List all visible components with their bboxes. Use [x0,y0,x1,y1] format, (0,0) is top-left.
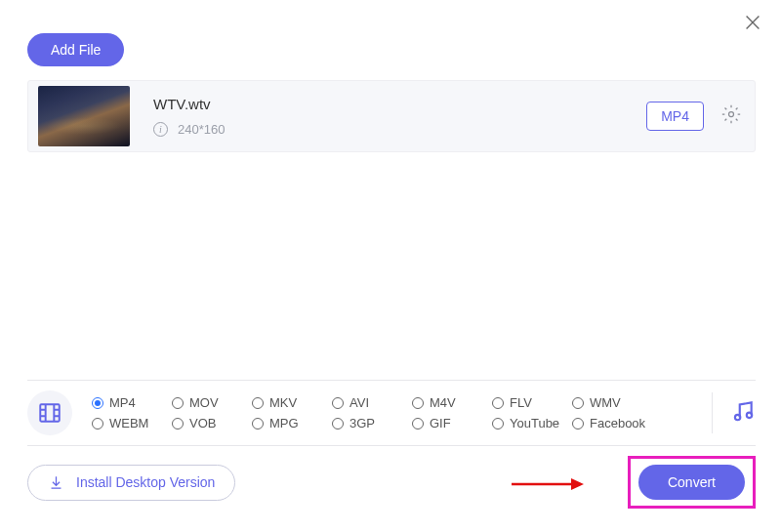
close-icon[interactable] [742,12,763,33]
format-option-mkv[interactable]: MKV [252,395,332,410]
radio-icon [572,418,584,430]
music-icon[interactable] [730,398,756,428]
format-label: 3GP [349,416,375,430]
download-icon [48,474,64,491]
radio-icon [492,397,504,409]
file-row: WTV.wtv i 240*160 MP4 [27,80,756,152]
file-thumbnail [38,86,130,146]
format-label: WEBM [109,416,148,430]
format-option-facebook[interactable]: Facebook [572,416,652,430]
radio-icon [92,397,103,409]
add-file-button[interactable]: Add File [27,33,124,66]
divider [712,392,713,433]
format-label: VOB [189,416,216,430]
format-option-avi[interactable]: AVI [332,395,412,410]
format-label: MKV [269,395,297,410]
install-desktop-button[interactable]: Install Desktop Version [27,465,235,501]
svg-point-3 [747,413,752,418]
format-option-webm[interactable]: WEBM [92,416,172,430]
svg-point-0 [729,112,734,117]
format-option-vob[interactable]: VOB [172,416,252,430]
format-label: MPG [269,416,299,430]
radio-icon [412,418,424,430]
radio-icon [252,418,264,430]
format-label: MP4 [109,395,136,410]
output-format-button[interactable]: MP4 [646,102,704,131]
convert-highlight: Convert [628,456,756,509]
footer: Install Desktop Version Convert [27,456,756,509]
svg-rect-1 [40,404,60,421]
format-label: AVI [349,395,369,410]
info-icon[interactable]: i [153,122,168,137]
format-option-mpg[interactable]: MPG [252,416,332,430]
format-option-m4v[interactable]: M4V [412,395,492,410]
radio-icon [332,418,344,430]
format-label: YouTube [510,416,559,430]
radio-icon [572,397,584,409]
format-label: MOV [189,395,219,410]
format-option-mp4[interactable]: MP4 [92,395,172,410]
format-option-wmv[interactable]: WMV [572,395,652,410]
file-meta: i 240*160 [153,122,646,137]
svg-point-2 [735,415,740,420]
file-name: WTV.wtv [153,96,646,112]
install-label: Install Desktop Version [76,474,215,490]
radio-icon [172,397,184,409]
film-icon [27,390,72,435]
format-option-gif[interactable]: GIF [412,416,492,430]
radio-icon [92,418,103,430]
radio-icon [252,397,264,409]
format-option-flv[interactable]: FLV [492,395,572,410]
radio-icon [492,418,504,430]
format-option-3gp[interactable]: 3GP [332,416,412,430]
format-label: Facebook [590,416,645,430]
format-option-mov[interactable]: MOV [172,395,252,410]
format-label: WMV [590,395,621,410]
file-info: WTV.wtv i 240*160 [153,96,646,137]
format-panel: MP4MOVMKVAVIM4VFLVWMVWEBMVOBMPG3GPGIFYou… [27,380,756,446]
radio-icon [172,418,184,430]
radio-icon [412,397,424,409]
format-label: M4V [430,395,456,410]
format-options: MP4MOVMKVAVIM4VFLVWMVWEBMVOBMPG3GPGIFYou… [92,395,694,430]
radio-icon [332,397,344,409]
gear-icon[interactable] [721,104,741,128]
format-label: FLV [510,395,532,410]
convert-button[interactable]: Convert [638,465,745,500]
format-option-youtube[interactable]: YouTube [492,416,572,430]
file-resolution: 240*160 [178,122,225,137]
format-label: GIF [430,416,451,430]
